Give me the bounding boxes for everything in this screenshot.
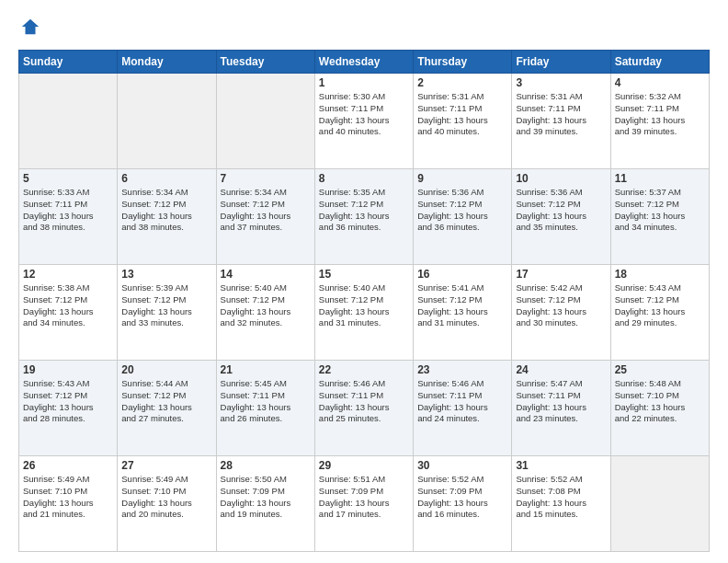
calendar-cell: 18Sunrise: 5:43 AM Sunset: 7:12 PM Dayli… — [610, 265, 709, 361]
day-number: 31 — [516, 459, 606, 472]
day-number: 16 — [417, 268, 507, 281]
day-info: Sunrise: 5:40 AM Sunset: 7:12 PM Dayligh… — [221, 282, 311, 329]
calendar-cell: 22Sunrise: 5:46 AM Sunset: 7:11 PM Dayli… — [314, 361, 413, 456]
calendar-cell: 12Sunrise: 5:38 AM Sunset: 7:12 PM Dayli… — [19, 265, 118, 361]
day-number: 19 — [23, 363, 113, 376]
page: SundayMondayTuesdayWednesdayThursdayFrid… — [0, 0, 728, 563]
calendar-cell: 20Sunrise: 5:44 AM Sunset: 7:12 PM Dayli… — [118, 361, 216, 456]
day-info: Sunrise: 5:46 AM Sunset: 7:11 PM Dayligh… — [319, 378, 409, 425]
calendar-cell — [118, 74, 216, 169]
day-number: 24 — [516, 363, 606, 376]
calendar-cell: 23Sunrise: 5:46 AM Sunset: 7:11 PM Dayli… — [414, 361, 512, 456]
calendar-cell: 14Sunrise: 5:40 AM Sunset: 7:12 PM Dayli… — [216, 265, 314, 361]
calendar-cell: 27Sunrise: 5:49 AM Sunset: 7:10 PM Dayli… — [118, 456, 216, 552]
day-info: Sunrise: 5:35 AM Sunset: 7:12 PM Dayligh… — [319, 187, 409, 234]
day-info: Sunrise: 5:52 AM Sunset: 7:09 PM Dayligh… — [417, 474, 507, 521]
day-header-tuesday: Tuesday — [216, 51, 314, 74]
day-number: 8 — [319, 172, 409, 185]
day-info: Sunrise: 5:43 AM Sunset: 7:12 PM Dayligh… — [23, 378, 113, 425]
calendar-cell: 30Sunrise: 5:52 AM Sunset: 7:09 PM Dayli… — [414, 456, 512, 552]
day-info: Sunrise: 5:51 AM Sunset: 7:09 PM Dayligh… — [319, 474, 409, 521]
header — [18, 17, 710, 40]
day-info: Sunrise: 5:31 AM Sunset: 7:11 PM Dayligh… — [516, 91, 606, 138]
calendar-cell: 10Sunrise: 5:36 AM Sunset: 7:12 PM Dayli… — [512, 169, 610, 265]
day-info: Sunrise: 5:49 AM Sunset: 7:10 PM Dayligh… — [23, 474, 113, 521]
day-number: 17 — [516, 268, 606, 281]
day-header-saturday: Saturday — [610, 51, 709, 74]
calendar-cell: 8Sunrise: 5:35 AM Sunset: 7:12 PM Daylig… — [314, 169, 413, 265]
day-info: Sunrise: 5:43 AM Sunset: 7:12 PM Dayligh… — [615, 282, 705, 329]
day-number: 13 — [121, 268, 211, 281]
day-info: Sunrise: 5:50 AM Sunset: 7:09 PM Dayligh… — [221, 474, 311, 521]
day-info: Sunrise: 5:38 AM Sunset: 7:12 PM Dayligh… — [23, 282, 113, 329]
day-header-thursday: Thursday — [414, 51, 512, 74]
day-info: Sunrise: 5:33 AM Sunset: 7:11 PM Dayligh… — [23, 187, 113, 234]
day-info: Sunrise: 5:40 AM Sunset: 7:12 PM Dayligh… — [319, 282, 409, 329]
day-number: 11 — [615, 172, 705, 185]
day-number: 1 — [319, 76, 409, 89]
day-number: 3 — [516, 76, 606, 89]
day-header-sunday: Sunday — [19, 51, 118, 74]
day-info: Sunrise: 5:42 AM Sunset: 7:12 PM Dayligh… — [516, 282, 606, 329]
day-info: Sunrise: 5:30 AM Sunset: 7:11 PM Dayligh… — [319, 91, 409, 138]
day-info: Sunrise: 5:52 AM Sunset: 7:08 PM Dayligh… — [516, 474, 606, 521]
day-number: 20 — [121, 363, 211, 376]
day-info: Sunrise: 5:45 AM Sunset: 7:11 PM Dayligh… — [221, 378, 311, 425]
day-number: 21 — [221, 363, 311, 376]
day-number: 4 — [615, 76, 705, 89]
day-info: Sunrise: 5:47 AM Sunset: 7:11 PM Dayligh… — [516, 378, 606, 425]
day-info: Sunrise: 5:44 AM Sunset: 7:12 PM Dayligh… — [121, 378, 211, 425]
calendar-cell: 13Sunrise: 5:39 AM Sunset: 7:12 PM Dayli… — [118, 265, 216, 361]
calendar-cell: 26Sunrise: 5:49 AM Sunset: 7:10 PM Dayli… — [19, 456, 118, 552]
calendar-cell — [610, 456, 709, 552]
day-info: Sunrise: 5:34 AM Sunset: 7:12 PM Dayligh… — [121, 187, 211, 234]
calendar-table: SundayMondayTuesdayWednesdayThursdayFrid… — [18, 50, 710, 552]
calendar-cell: 21Sunrise: 5:45 AM Sunset: 7:11 PM Dayli… — [216, 361, 314, 456]
day-number: 30 — [417, 459, 507, 472]
day-info: Sunrise: 5:46 AM Sunset: 7:11 PM Dayligh… — [417, 378, 507, 425]
calendar-cell: 28Sunrise: 5:50 AM Sunset: 7:09 PM Dayli… — [216, 456, 314, 552]
day-info: Sunrise: 5:39 AM Sunset: 7:12 PM Dayligh… — [121, 282, 211, 329]
day-number: 9 — [417, 172, 507, 185]
calendar-cell: 3Sunrise: 5:31 AM Sunset: 7:11 PM Daylig… — [512, 74, 610, 169]
day-number: 15 — [319, 268, 409, 281]
day-number: 6 — [121, 172, 211, 185]
calendar-cell: 9Sunrise: 5:36 AM Sunset: 7:12 PM Daylig… — [414, 169, 512, 265]
calendar-cell: 11Sunrise: 5:37 AM Sunset: 7:12 PM Dayli… — [610, 169, 709, 265]
day-info: Sunrise: 5:34 AM Sunset: 7:12 PM Dayligh… — [221, 187, 311, 234]
day-header-friday: Friday — [512, 51, 610, 74]
day-info: Sunrise: 5:31 AM Sunset: 7:11 PM Dayligh… — [417, 91, 507, 138]
calendar-cell: 29Sunrise: 5:51 AM Sunset: 7:09 PM Dayli… — [314, 456, 413, 552]
calendar-cell: 2Sunrise: 5:31 AM Sunset: 7:11 PM Daylig… — [414, 74, 512, 169]
calendar-cell — [216, 74, 314, 169]
calendar-cell: 19Sunrise: 5:43 AM Sunset: 7:12 PM Dayli… — [19, 361, 118, 456]
day-info: Sunrise: 5:36 AM Sunset: 7:12 PM Dayligh… — [516, 187, 606, 234]
calendar-cell: 17Sunrise: 5:42 AM Sunset: 7:12 PM Dayli… — [512, 265, 610, 361]
day-number: 25 — [615, 363, 705, 376]
calendar-cell: 5Sunrise: 5:33 AM Sunset: 7:11 PM Daylig… — [19, 169, 118, 265]
day-info: Sunrise: 5:32 AM Sunset: 7:11 PM Dayligh… — [615, 91, 705, 138]
day-header-wednesday: Wednesday — [314, 51, 413, 74]
day-number: 28 — [221, 459, 311, 472]
calendar-cell: 1Sunrise: 5:30 AM Sunset: 7:11 PM Daylig… — [314, 74, 413, 169]
calendar-cell: 15Sunrise: 5:40 AM Sunset: 7:12 PM Dayli… — [314, 265, 413, 361]
day-number: 12 — [23, 268, 113, 281]
day-info: Sunrise: 5:49 AM Sunset: 7:10 PM Dayligh… — [121, 474, 211, 521]
day-number: 14 — [221, 268, 311, 281]
day-number: 7 — [221, 172, 311, 185]
logo — [18, 17, 42, 40]
calendar-cell: 6Sunrise: 5:34 AM Sunset: 7:12 PM Daylig… — [118, 169, 216, 265]
day-header-monday: Monday — [118, 51, 216, 74]
day-number: 18 — [615, 268, 705, 281]
day-info: Sunrise: 5:37 AM Sunset: 7:12 PM Dayligh… — [615, 187, 705, 234]
calendar-cell: 7Sunrise: 5:34 AM Sunset: 7:12 PM Daylig… — [216, 169, 314, 265]
calendar-cell: 4Sunrise: 5:32 AM Sunset: 7:11 PM Daylig… — [610, 74, 709, 169]
day-number: 23 — [417, 363, 507, 376]
day-number: 2 — [417, 76, 507, 89]
calendar-cell: 16Sunrise: 5:41 AM Sunset: 7:12 PM Dayli… — [414, 265, 512, 361]
calendar-cell: 25Sunrise: 5:48 AM Sunset: 7:10 PM Dayli… — [610, 361, 709, 456]
day-info: Sunrise: 5:48 AM Sunset: 7:10 PM Dayligh… — [615, 378, 705, 425]
day-info: Sunrise: 5:36 AM Sunset: 7:12 PM Dayligh… — [417, 187, 507, 234]
calendar-cell: 24Sunrise: 5:47 AM Sunset: 7:11 PM Dayli… — [512, 361, 610, 456]
day-number: 5 — [23, 172, 113, 185]
